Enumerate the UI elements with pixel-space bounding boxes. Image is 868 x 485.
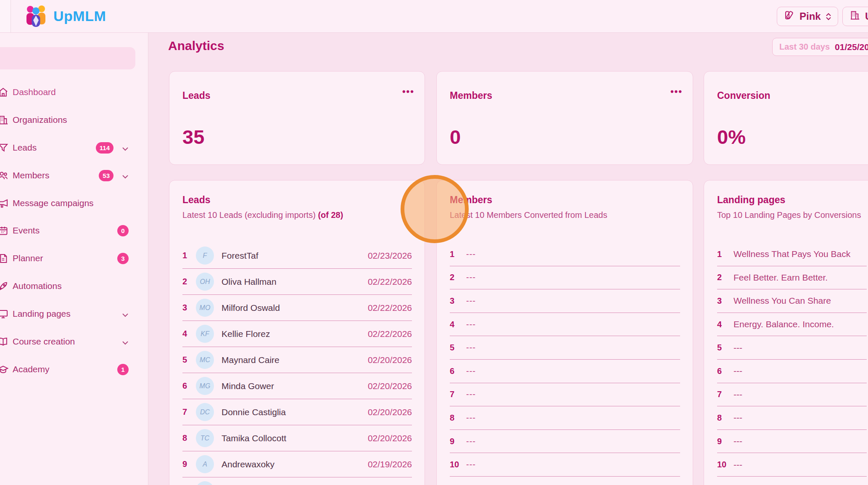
row-rank: 1 [717, 249, 728, 259]
lead-name: Donnie Castiglia [222, 407, 286, 417]
rocket-icon [0, 281, 9, 292]
table-row[interactable]: 4 Energy. Balance. Income. [717, 313, 867, 337]
sidebar-item-planner[interactable]: Planner 3 [0, 249, 148, 268]
stat-card-value: 35 [182, 125, 204, 148]
table-row[interactable]: 1 F ForestTaf 02/23/2026 [182, 243, 412, 269]
lead-avatar: TC [196, 429, 214, 447]
row-rank: 6 [450, 366, 461, 376]
row-rank: 9 [717, 437, 728, 446]
sidebar-item-events[interactable]: Events 0 [0, 221, 148, 240]
sidebar-item-label: Events [13, 225, 40, 236]
card-menu-button[interactable]: ••• [402, 87, 414, 96]
academy-count-badge: 1 [117, 364, 129, 375]
lead-date: 02/22/2026 [368, 303, 412, 313]
sidebar-item-message-campaigns[interactable]: Message campaigns [0, 194, 148, 212]
row-rank: 5 [182, 355, 193, 365]
leads-list-title: Leads [182, 194, 210, 206]
row-rank: 5 [717, 343, 728, 352]
row-rank: 8 [450, 413, 461, 423]
sidebar-item-landing-pages[interactable]: Landing pages [0, 305, 148, 323]
sidebar-item-label: Dashboard [13, 87, 56, 97]
sidebar-item-leads[interactable]: Leads 114 [0, 138, 148, 157]
row-rank: 1 [450, 249, 461, 259]
landing-page-name: Energy. Balance. Income. [733, 319, 834, 329]
table-row: 6 --- [450, 360, 680, 383]
row-rank: 7 [450, 390, 461, 399]
member-placeholder: --- [466, 343, 476, 352]
table-row[interactable]: 5 MC Maynard Caire 02/20/2026 [182, 347, 412, 373]
building-icon [0, 114, 9, 126]
sidebar-item-academy[interactable]: Academy 1 [0, 360, 148, 379]
stat-card-value: 0% [717, 125, 746, 148]
table-row[interactable]: 7 --- [717, 383, 867, 407]
chevron-down-icon [122, 145, 129, 153]
table-row[interactable]: 6 --- [717, 360, 867, 383]
funnel-icon [0, 142, 9, 154]
row-rank: 7 [182, 407, 193, 417]
stat-card-value: 0 [450, 125, 461, 148]
stat-card-title: Members [450, 90, 492, 101]
table-row[interactable]: 4 KF Kellie Florez 02/22/2026 [182, 321, 412, 347]
sidebar-item-members[interactable]: Members 53 [0, 166, 148, 185]
organization-button[interactable]: U [842, 7, 868, 26]
planner-count-badge: 3 [117, 253, 129, 264]
table-row: 9 --- [450, 430, 680, 453]
date-range-button[interactable]: Last 30 days 01/25/20 [772, 38, 868, 56]
sidebar-item-course-creation[interactable]: Course creation [0, 332, 148, 351]
sidebar-item-dashboard[interactable]: Dashboard [0, 83, 148, 101]
people-icon [0, 170, 9, 181]
member-placeholder: --- [466, 390, 476, 399]
row-rank: 4 [450, 320, 461, 329]
sidebar-item-label: Organizations [13, 115, 67, 125]
table-row[interactable]: 2 Feel Better. Earn Better. [717, 266, 867, 290]
home-icon [0, 87, 9, 98]
leads-list-card: Leads Latest 10 Leads (excluding imports… [169, 180, 425, 485]
table-row[interactable]: 7 DC Donnie Castiglia 02/20/2026 [182, 399, 412, 425]
calendar-icon [0, 225, 9, 236]
chevron-updown-icon [826, 13, 831, 20]
book-icon [0, 336, 9, 347]
table-row[interactable]: 1 Wellness That Pays You Back [717, 243, 867, 266]
lead-date: 02/20/2026 [368, 355, 412, 365]
sidebar-nav: Dashboard Organizations Leads 114 [0, 32, 148, 485]
lead-name: Minda Gower [222, 381, 274, 391]
table-row[interactable]: 2 OH Oliva Hallman 02/22/2026 [182, 269, 412, 295]
lead-name: ForestTaf [222, 251, 259, 261]
table-row[interactable]: 10 F ForestTaf 02/16/2026 [182, 477, 412, 485]
lead-date: 02/22/2026 [368, 329, 412, 339]
sidebar-item-automations[interactable]: Automations [0, 277, 148, 295]
table-row[interactable]: 8 --- [717, 406, 867, 430]
table-row[interactable]: 3 Wellness You Can Share [717, 289, 867, 313]
row-rank: 9 [450, 437, 461, 446]
card-menu-button[interactable]: ••• [670, 87, 683, 96]
table-row[interactable]: 5 --- [717, 336, 867, 360]
table-row[interactable]: 10 --- [717, 453, 867, 477]
table-row[interactable]: 8 TC Tamika Collocott 02/20/2026 [182, 425, 412, 451]
table-row[interactable]: 6 MG Minda Gower 02/20/2026 [182, 373, 412, 399]
sidebar-item-organizations[interactable]: Organizations [0, 111, 148, 129]
lead-name: Milford Oswald [222, 303, 280, 313]
landing-rows: 1 Wellness That Pays You Back 2 Feel Bet… [717, 243, 867, 477]
table-row: 4 --- [450, 313, 680, 337]
row-rank: 4 [182, 329, 193, 339]
theme-selector-button[interactable]: Pink [777, 7, 838, 26]
color-swatch-icon [784, 10, 795, 24]
leads-count-badge: 114 [96, 142, 113, 154]
organization-label: U [865, 11, 868, 22]
logo-text: UpMLM [53, 8, 106, 24]
sidebar-item-label: Course creation [13, 337, 75, 347]
landing-page-name: --- [733, 366, 742, 376]
row-rank: 6 [182, 381, 193, 391]
graduation-cap-icon [0, 364, 9, 375]
table-row[interactable]: 3 MO Milford Oswald 02/22/2026 [182, 295, 412, 321]
app-logo[interactable]: UpMLM [23, 3, 106, 29]
sidebar-item-label: Planner [13, 253, 43, 263]
table-row[interactable]: 9 A Andrewaxoky 02/19/2026 [182, 451, 412, 477]
landing-page-name: --- [733, 343, 742, 353]
landing-page-name: Wellness That Pays You Back [733, 249, 850, 259]
row-rank: 6 [717, 366, 728, 376]
date-range-value: 01/25/20 [835, 42, 868, 52]
table-row[interactable]: 9 --- [717, 430, 867, 453]
row-rank: 9 [182, 459, 193, 469]
landing-pages-subtitle: Top 10 Landing Pages by Conversions [717, 210, 861, 220]
